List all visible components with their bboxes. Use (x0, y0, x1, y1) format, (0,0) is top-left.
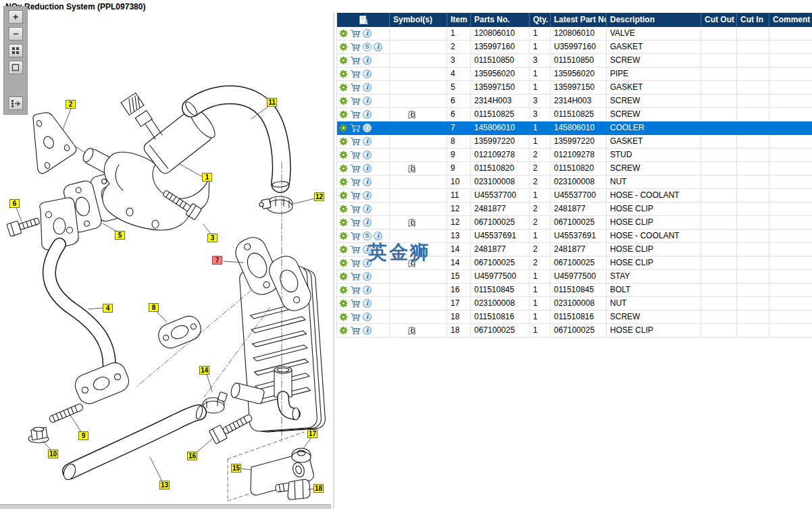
table-row-selected[interactable]: i71458060101145806010COOLER (337, 122, 812, 135)
table-row[interactable]: i120671000252067100025HOSE CLIP (337, 216, 812, 230)
diagram-label-10[interactable]: 10 (48, 450, 58, 458)
catalog-book-icon[interactable] (407, 326, 417, 336)
supersession-icon[interactable]: S (363, 232, 372, 240)
gear-icon[interactable] (339, 205, 348, 213)
table-row[interactable]: i170231000081023100008NUT (337, 297, 812, 311)
cart-icon[interactable] (350, 124, 361, 132)
diagram-label-5[interactable]: 5 (115, 231, 125, 240)
cart-icon[interactable] (350, 151, 361, 159)
gear-icon[interactable] (339, 151, 348, 159)
gear-icon[interactable] (339, 164, 348, 173)
diagram-label-17[interactable]: 17 (307, 429, 318, 438)
gear-icon[interactable] (339, 56, 348, 65)
cart-icon[interactable] (350, 56, 361, 65)
diagram-hscrollbar[interactable] (0, 504, 331, 509)
pane-splitter[interactable] (333, 13, 334, 509)
diagram-label-1[interactable]: 1 (202, 173, 212, 182)
cart-icon[interactable] (350, 232, 361, 240)
diagram-label-6[interactable]: 6 (9, 199, 20, 208)
info-icon[interactable]: i (363, 326, 372, 335)
gear-icon[interactable] (339, 245, 348, 254)
info-icon[interactable]: i (363, 124, 372, 132)
info-icon[interactable]: i (363, 83, 372, 92)
cart-icon[interactable] (350, 218, 361, 227)
info-icon[interactable]: i (363, 97, 372, 105)
cart-icon[interactable] (350, 286, 361, 294)
toggle-panel-button[interactable] (9, 97, 23, 110)
cart-icon[interactable] (350, 164, 361, 173)
cart-icon[interactable] (350, 137, 361, 146)
table-row[interactable]: i41359560201135956020PIPE (337, 68, 812, 81)
info-icon[interactable]: i (363, 286, 372, 294)
info-icon[interactable]: i (363, 191, 372, 200)
table-row[interactable]: i140671000252067100025HOSE CLIP (337, 257, 812, 270)
gear-icon[interactable] (339, 124, 348, 132)
info-icon[interactable]: i (363, 29, 372, 38)
catalog-book-icon[interactable] (407, 259, 417, 268)
cart-icon[interactable] (350, 43, 361, 51)
table-row[interactable]: i51359971501135997150GASKET (337, 81, 812, 95)
info-icon[interactable]: i (363, 178, 372, 186)
gear-icon[interactable] (339, 83, 348, 92)
table-row[interactable]: Si13U455376911U45537691HOSE - COOLANT (337, 230, 812, 243)
info-icon[interactable]: i (363, 110, 372, 119)
info-icon[interactable]: i (363, 151, 372, 159)
table-row[interactable]: i180115108161011510816SCREW (337, 311, 812, 324)
table-row[interactable]: i160115108451011510845BOLT (337, 284, 812, 297)
cart-icon[interactable] (350, 83, 361, 92)
diagram-label-2[interactable]: 2 (66, 100, 76, 109)
zoom-in-button[interactable]: + (9, 10, 23, 24)
catalog-book-icon[interactable] (407, 164, 417, 173)
gear-icon[interactable] (339, 97, 348, 105)
gear-icon[interactable] (339, 299, 348, 308)
info-icon[interactable]: i (363, 218, 372, 227)
diagram-label-3[interactable]: 3 (207, 234, 218, 242)
cart-icon[interactable] (350, 97, 361, 105)
diagram-label-9[interactable]: 9 (78, 431, 88, 440)
info-icon[interactable]: i (363, 70, 372, 78)
table-row[interactable]: i11208060101120806010VALVE (337, 27, 812, 41)
diagram-label-11[interactable]: 11 (267, 98, 277, 107)
info-icon[interactable]: i (363, 56, 372, 65)
cart-icon[interactable] (350, 326, 361, 335)
cart-icon[interactable] (350, 29, 361, 38)
info-icon[interactable]: i (374, 43, 382, 51)
table-row[interactable]: i60115108253011510825SCREW (337, 108, 812, 122)
cart-icon[interactable] (350, 272, 361, 281)
zoom-out-button[interactable]: − (9, 27, 23, 41)
gear-icon[interactable] (339, 191, 348, 200)
gear-icon[interactable] (339, 286, 348, 294)
cart-icon[interactable] (350, 205, 361, 213)
diagram-label-18[interactable]: 18 (313, 484, 324, 493)
table-row[interactable]: i100231000082023100008NUT (337, 176, 812, 189)
diagram-label-15[interactable]: 15 (231, 464, 241, 473)
diagram-label-14[interactable]: 14 (199, 366, 209, 375)
info-icon[interactable]: i (363, 272, 372, 281)
cart-icon[interactable] (350, 110, 361, 119)
table-row[interactable]: i62314H00332314H003SCREW (337, 95, 812, 108)
info-icon[interactable]: i (363, 164, 372, 173)
diagram-label-7[interactable]: 7 (212, 256, 222, 265)
tile-view-button[interactable] (9, 44, 23, 57)
cart-icon[interactable] (350, 70, 361, 78)
info-icon[interactable]: i (363, 137, 372, 146)
table-row[interactable]: i14248187722481877HOSE CLIP (337, 243, 812, 257)
diagram-label-12[interactable]: 12 (314, 192, 324, 201)
gear-icon[interactable] (339, 137, 348, 146)
table-row[interactable]: i90121092782012109278STUD (337, 149, 812, 162)
gear-icon[interactable] (339, 70, 348, 78)
cart-icon[interactable] (350, 245, 361, 254)
cart-icon[interactable] (350, 313, 361, 321)
diagram-label-8[interactable]: 8 (149, 303, 159, 312)
table-row[interactable]: i90115108202011510820SCREW (337, 162, 812, 176)
gear-icon[interactable] (339, 259, 348, 267)
gear-icon[interactable] (339, 232, 348, 240)
info-icon[interactable]: i (363, 313, 372, 321)
gear-icon[interactable] (339, 29, 348, 38)
gear-icon[interactable] (339, 313, 348, 321)
info-icon[interactable]: i (374, 232, 382, 240)
cart-icon[interactable] (350, 191, 361, 200)
gear-icon[interactable] (339, 178, 348, 186)
info-icon[interactable]: i (363, 299, 372, 308)
single-view-button[interactable] (9, 61, 23, 74)
